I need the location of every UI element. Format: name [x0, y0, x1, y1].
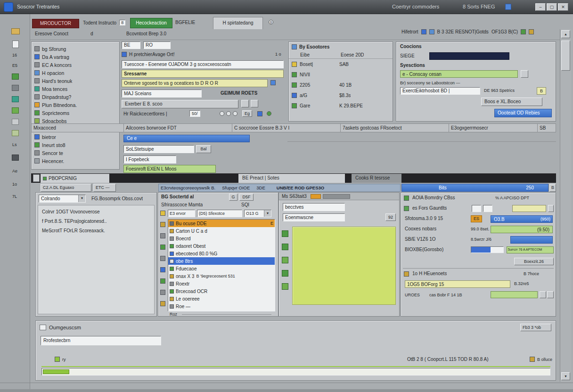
selection-bar[interactable]: Ce e — [123, 135, 250, 142]
interval-field[interactable]: Onterve sgosed to va g oceatices to D R … — [122, 79, 268, 87]
list-item[interactable]: Le ooereee — [168, 295, 275, 302]
sidebar-item-sencor[interactable]: Sencor te — [32, 149, 119, 157]
rail-label-4[interactable]: Ae — [12, 169, 17, 173]
sidebar-item-tences[interactable]: Moa tences — [32, 85, 119, 93]
g-button[interactable]: G — [229, 194, 237, 201]
field-action-icon[interactable] — [270, 80, 276, 85]
nav-item-bgfelie[interactable]: BGFELIE — [175, 20, 195, 25]
sfotosma-value-bar[interactable]: O3.B (950) — [491, 215, 553, 223]
fopebeck-field[interactable]: I Fopebeck — [123, 155, 176, 163]
tab-c2a-dl[interactable]: C2.A DL Eguaxo — [41, 184, 91, 192]
scroll-up-arrow[interactable]: ▲ — [561, 30, 570, 38]
exerber-button[interactable]: Exerber E 8. scoo — [122, 100, 238, 108]
folder-icon[interactable] — [11, 28, 20, 34]
scroll-down-arrow[interactable]: ▼ — [561, 372, 570, 380]
gutter-icon[interactable] — [160, 290, 165, 295]
preview-canvas[interactable] — [292, 227, 396, 305]
table-row[interactable]: GareK 29.BEPE — [289, 100, 393, 111]
chevron-down-icon[interactable]: ▾ — [78, 195, 85, 202]
rail-label-3[interactable]: Ls — [12, 142, 17, 147]
radio-icon-1[interactable] — [220, 111, 224, 116]
layer-icon[interactable] — [282, 270, 288, 277]
document-icon[interactable] — [12, 41, 19, 48]
layer-icon[interactable] — [282, 283, 288, 290]
foesnroft-field[interactable]: Foesnroft EXEN L Moos — [123, 165, 216, 173]
sidebar-item-hecencer[interactable]: Hecencer. — [32, 157, 119, 165]
boexzit-button[interactable]: Boexzit.26 — [514, 258, 554, 265]
siege-field[interactable] — [429, 52, 509, 60]
uroes-green-field[interactable] — [491, 291, 538, 298]
database-icon[interactable] — [12, 155, 19, 161]
rail-label-5[interactable]: 1o — [12, 182, 17, 187]
maj-sceians-field[interactable]: MAJ Sceians — [122, 90, 202, 98]
rail-label-1[interactable]: 16 — [12, 53, 17, 57]
nav-item-productor[interactable]: MRODUCTOR — [32, 19, 79, 28]
oooteait-button[interactable]: Oooteait OD Rebies — [494, 109, 552, 117]
globe-icon[interactable] — [12, 96, 19, 102]
conscay-field[interactable]: e - Conscay cesan — [400, 70, 518, 78]
fb3-button[interactable]: Fb3 3 *ob — [520, 324, 551, 331]
gutter-icon[interactable] — [160, 267, 165, 272]
gauntlts-yellow-field[interactable] — [512, 205, 546, 212]
list-item-selected[interactable]: obe 8trs — [168, 257, 275, 265]
vertical-scrollbar[interactable]: ▲ ▼ — [560, 29, 571, 382]
ervor-field[interactable]: E3 ervor — [168, 210, 195, 217]
chart-icon[interactable] — [12, 74, 19, 80]
becctves-field[interactable]: becctves — [283, 203, 345, 211]
list-item[interactable]: odaoret Obest — [168, 242, 275, 250]
tab-spirtatedang[interactable]: H spirtatedang — [213, 17, 263, 29]
subnav-bcovntoot[interactable]: Bcovntoot Brep 3.0 — [126, 31, 166, 36]
nav-item-todent[interactable]: Todent Instructo 8 — [83, 20, 125, 25]
small-action-button-2[interactable] — [251, 100, 258, 107]
layer-icon[interactable] — [282, 230, 288, 237]
list-item[interactable]: Fduecaoe — [168, 265, 275, 272]
gutter-icon[interactable] — [160, 301, 165, 306]
o13g-combobox[interactable]: O13 G ▾ — [244, 210, 271, 217]
source-path-field[interactable]: Tuescoce - Eoenese OJADOM 3 g scoxcxeosc… — [122, 60, 284, 68]
list-item[interactable]: Roe — — [168, 302, 275, 310]
d5f-button[interactable]: D5F — [239, 194, 254, 201]
subnav-eresove[interactable]: Eresove Conoct — [35, 31, 68, 36]
run-icon[interactable] — [55, 357, 60, 362]
tab-cooks[interactable]: Cooks R tesrsse — [352, 174, 401, 183]
list-item[interactable]: ebecoteod 80.0 %G — [168, 250, 275, 257]
mid-col-5[interactable]: E3ogxgerrmosecr — [449, 124, 538, 132]
uroes-button-1[interactable] — [540, 291, 546, 298]
scrollbar-thumb[interactable] — [561, 41, 570, 71]
cooxes-value-field[interactable]: (9.50) — [491, 226, 553, 233]
sidebar-item-bitnedona[interactable]: Plun Bitnedona. — [32, 101, 119, 109]
be-field[interactable]: BE — [122, 41, 140, 49]
gutter-icon[interactable] — [160, 222, 165, 227]
list-item[interactable]: Bu ocuse DDEE — [168, 220, 275, 227]
boforg-field[interactable]: 1OG5 BOForg 15 — [405, 280, 510, 288]
list-item[interactable]: Boecrd — [168, 235, 275, 242]
exporters-col1[interactable]: Eibe — [300, 52, 341, 57]
bits-header-bar[interactable]: Bits 250 — [401, 184, 548, 192]
files-list[interactable]: Bu ocuse DDEE Carton U C a d Boecrd odao… — [168, 219, 275, 311]
gauntlts-input-2[interactable] — [483, 205, 492, 212]
mail-icon[interactable] — [429, 29, 434, 34]
tabstrip-pin-icon[interactable] — [33, 174, 40, 182]
sidebar-item-vartrag[interactable]: Da A vartrag — [32, 53, 119, 61]
tab-pbopcrnig[interactable]: PBOPCRNIG — [41, 174, 109, 183]
sidebar-item-ineurt[interactable]: Ineurt sto8 — [32, 141, 119, 149]
gutter-icon[interactable] — [160, 245, 165, 250]
sressarne-field[interactable]: Sressarne — [122, 70, 284, 78]
layer-icon[interactable] — [282, 244, 288, 250]
subnav-hifetrort[interactable]: Hifetrort — [401, 29, 418, 34]
minimize-button[interactable]: – — [535, 3, 546, 11]
sidebar-item-teonuk[interactable]: Hard's teonuk — [32, 77, 119, 85]
sidebar-item-sopricteoms[interactable]: Sopricteoms — [32, 109, 119, 117]
notes-body[interactable]: Colrvr 1OGT Vovonoverose f Port.8.S. TEP… — [38, 205, 155, 314]
solstetsuipe-field[interactable]: SoLStetsuipe — [123, 145, 194, 153]
ro-field[interactable]: RO — [143, 41, 171, 49]
table-row[interactable]: 220540 1B — [289, 80, 393, 90]
globe-small-icon[interactable] — [257, 111, 262, 116]
layer-icon[interactable] — [282, 257, 288, 263]
gauntlts-input-1[interactable] — [472, 205, 481, 212]
list-item[interactable]: onax X 3B '9egreceosent 531 — [168, 272, 275, 280]
sfexotce-field[interactable]: (D5) Sfexotce — [197, 210, 242, 217]
tab-etc[interactable]: ETC — — [93, 184, 116, 192]
spetrics-badge[interactable]: B — [537, 87, 546, 95]
small-action-button[interactable] — [241, 100, 249, 107]
